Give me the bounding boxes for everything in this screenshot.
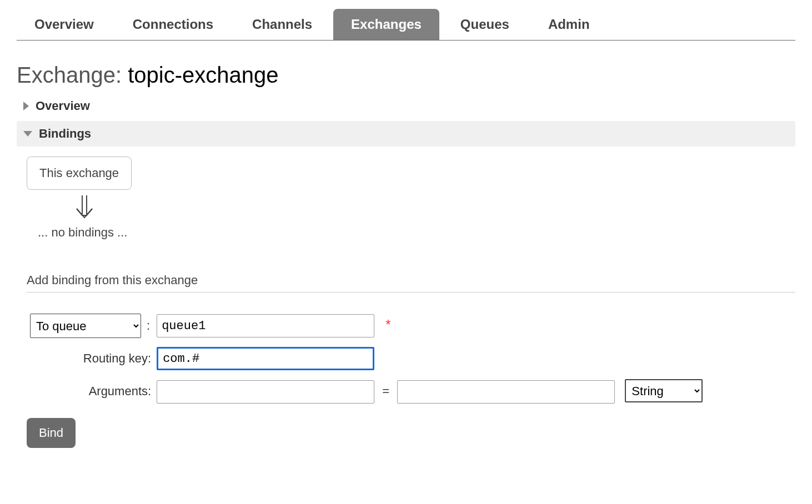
binding-target-select[interactable]: To queue bbox=[30, 314, 141, 338]
section-overview-label: Overview bbox=[36, 99, 90, 113]
tab-overview[interactable]: Overview bbox=[17, 9, 112, 40]
chevron-right-icon bbox=[23, 102, 29, 110]
tab-connections[interactable]: Connections bbox=[115, 9, 231, 40]
section-bindings: Bindings bbox=[17, 121, 795, 147]
exchange-name: topic-exchange bbox=[128, 63, 278, 87]
tab-exchanges[interactable]: Exchanges bbox=[333, 9, 439, 40]
colon-label: : bbox=[143, 309, 153, 342]
page-title-prefix: Exchange: bbox=[17, 63, 128, 87]
argument-key-input[interactable] bbox=[157, 380, 374, 404]
main-tabs: Overview Connections Channels Exchanges … bbox=[17, 0, 795, 41]
bindings-body: This exchange ... no bindings ... Add bi… bbox=[27, 157, 795, 448]
tab-queues[interactable]: Queues bbox=[443, 9, 527, 40]
section-bindings-label: Bindings bbox=[39, 127, 91, 141]
section-overview-toggle[interactable]: Overview bbox=[23, 99, 789, 113]
page-title: Exchange: topic-exchange bbox=[17, 63, 795, 88]
arguments-label: Arguments: bbox=[27, 375, 153, 408]
bindings-arrow-down-icon bbox=[74, 194, 795, 219]
tab-admin[interactable]: Admin bbox=[530, 9, 608, 40]
no-bindings-text: ... no bindings ... bbox=[38, 225, 795, 240]
tab-channels[interactable]: Channels bbox=[234, 9, 330, 40]
required-asterisk-icon: * bbox=[378, 317, 390, 332]
section-overview: Overview bbox=[17, 93, 795, 119]
routing-key-input[interactable] bbox=[157, 347, 374, 370]
argument-value-input[interactable] bbox=[397, 380, 615, 404]
argument-type-select[interactable]: String bbox=[625, 379, 703, 402]
binding-destination-input[interactable] bbox=[157, 314, 374, 337]
add-binding-form: To queue : * Routing key: Arguments: bbox=[27, 309, 706, 408]
equals-label: = bbox=[378, 384, 394, 398]
bind-button[interactable]: Bind bbox=[27, 418, 76, 448]
content-area: Exchange: topic-exchange Overview Bindin… bbox=[0, 41, 812, 470]
add-binding-subtitle: Add binding from this exchange bbox=[27, 273, 795, 293]
routing-key-label: Routing key: bbox=[27, 342, 153, 375]
section-bindings-toggle[interactable]: Bindings bbox=[23, 127, 789, 141]
this-exchange-box: This exchange bbox=[27, 157, 132, 190]
chevron-down-icon bbox=[23, 131, 32, 137]
